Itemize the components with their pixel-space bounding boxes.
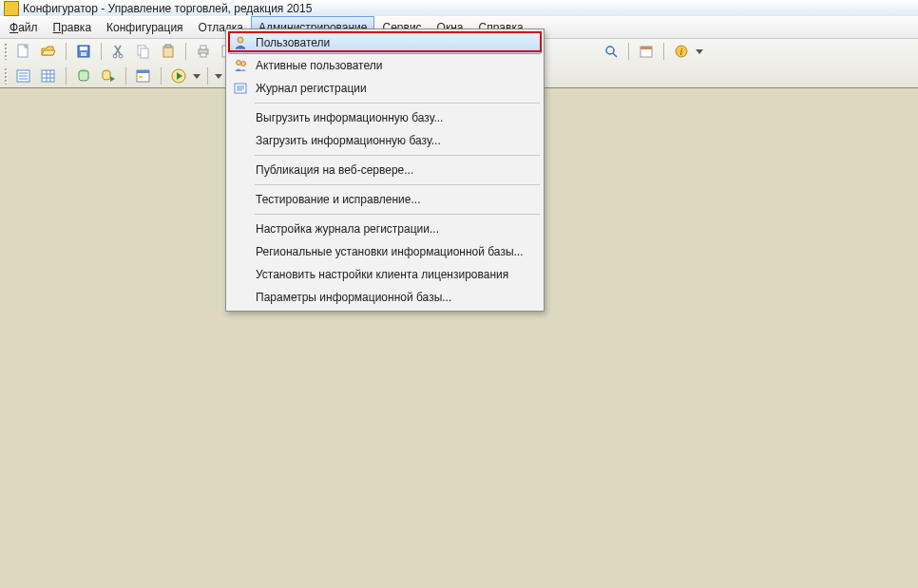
svg-rect-9 <box>165 45 171 47</box>
play-icon[interactable] <box>168 66 189 86</box>
log-icon <box>229 81 252 96</box>
users-group-icon <box>229 58 252 73</box>
menu-file[interactable]: Файл <box>2 17 46 38</box>
menu-reg-log-label: Журнал регистрации <box>252 82 367 95</box>
menu-licensing-label: Установить настройки клиента лицензирова… <box>252 268 508 281</box>
svg-rect-7 <box>141 48 148 58</box>
open-icon[interactable] <box>38 41 59 62</box>
separator <box>255 214 540 215</box>
menu-load-label: Загрузить информационную базу... <box>252 134 441 147</box>
paste-icon[interactable] <box>158 41 179 62</box>
overflow-dropdown-icon[interactable] <box>215 66 222 86</box>
menu-test[interactable]: Тестирование и исправление... <box>228 188 542 211</box>
svg-point-15 <box>606 47 614 54</box>
menu-active-users[interactable]: Активные пользователи <box>228 54 542 77</box>
menu-ib-params[interactable]: Параметры информационной базы... <box>228 286 542 309</box>
svg-point-30 <box>241 62 246 66</box>
svg-rect-25 <box>137 70 149 73</box>
db-play-icon[interactable] <box>98 66 119 86</box>
window-title: Конфигуратор - Управление торговлей, ред… <box>23 2 312 15</box>
menu-publish-label: Публикация на веб-сервере... <box>252 163 413 177</box>
menu-ib-params-label: Параметры информационной базы... <box>252 291 451 304</box>
calendar-tool-icon[interactable] <box>636 41 657 62</box>
svg-rect-12 <box>201 53 206 57</box>
print-icon[interactable] <box>193 41 214 62</box>
user-icon <box>229 35 252 50</box>
menu-unload[interactable]: Выгрузить информационную базу... <box>228 106 542 129</box>
svg-rect-26 <box>139 76 143 78</box>
new-icon[interactable] <box>13 41 34 62</box>
list-box-icon[interactable] <box>13 66 34 86</box>
find-icon[interactable] <box>601 41 622 62</box>
svg-rect-17 <box>641 47 652 49</box>
menu-config[interactable]: Конфигурация <box>99 17 191 38</box>
menu-licensing[interactable]: Установить настройки клиента лицензирова… <box>228 263 542 286</box>
menu-edit[interactable]: Правка <box>46 17 100 38</box>
svg-point-29 <box>237 61 241 66</box>
svg-text:i: i <box>680 47 683 57</box>
menu-log-settings-label: Настройка журнала регистрации... <box>252 222 439 236</box>
menu-users[interactable]: Пользователи <box>228 31 542 54</box>
info-icon[interactable]: i <box>671 41 692 62</box>
menu-active-users-label: Активные пользователи <box>252 59 382 72</box>
menu-load[interactable]: Загрузить информационную базу... <box>228 129 542 152</box>
menu-publish[interactable]: Публикация на веб-сервере... <box>228 159 542 181</box>
svg-rect-3 <box>81 52 86 56</box>
toolbar-grip-2[interactable] <box>4 67 8 85</box>
admin-dropdown: Пользователи Активные пользователи Журна… <box>225 28 545 312</box>
cut-icon[interactable] <box>108 41 129 62</box>
menu-users-label: Пользователи <box>252 36 330 49</box>
menu-log-settings[interactable]: Настройка журнала регистрации... <box>228 218 542 240</box>
form-icon[interactable] <box>133 66 154 86</box>
app-icon <box>4 1 19 16</box>
menu-test-label: Тестирование и исправление... <box>252 193 421 206</box>
svg-point-28 <box>238 37 243 43</box>
separator <box>255 103 540 104</box>
separator <box>255 155 540 156</box>
db-cyl-icon[interactable] <box>73 66 94 86</box>
separator <box>255 184 540 185</box>
table-icon[interactable] <box>38 66 59 86</box>
menu-reg-log[interactable]: Журнал регистрации <box>228 77 542 100</box>
save-icon[interactable] <box>73 41 94 62</box>
menu-regional-label: Региональные установки информационной ба… <box>252 245 524 258</box>
svg-rect-11 <box>201 46 206 49</box>
svg-rect-2 <box>80 47 87 50</box>
info-dropdown-icon[interactable] <box>696 41 703 62</box>
play-dropdown-icon[interactable] <box>193 66 201 86</box>
svg-rect-21 <box>42 70 54 82</box>
menu-regional[interactable]: Региональные установки информационной ба… <box>228 240 542 263</box>
titlebar: Конфигуратор - Управление торговлей, ред… <box>0 0 918 16</box>
svg-rect-8 <box>163 47 173 57</box>
menu-unload-label: Выгрузить информационную базу... <box>252 111 443 124</box>
toolbar-grip[interactable] <box>4 43 8 60</box>
copy-icon[interactable] <box>133 41 154 62</box>
